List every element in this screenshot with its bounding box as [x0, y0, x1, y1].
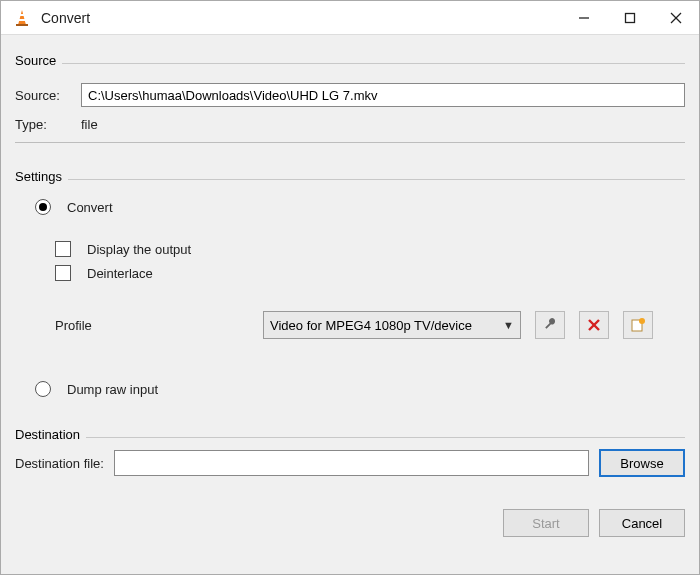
vlc-cone-icon: [11, 7, 33, 29]
display-output-label: Display the output: [87, 242, 191, 257]
wrench-icon: [542, 317, 558, 333]
dialog-footer: Start Cancel: [1, 495, 699, 551]
destination-group-header: Destination: [15, 427, 685, 442]
new-profile-button[interactable]: [623, 311, 653, 339]
maximize-button[interactable]: [607, 1, 653, 35]
deinterlace-row[interactable]: Deinterlace: [15, 265, 685, 281]
dump-raw-radio-row[interactable]: Dump raw input: [15, 381, 685, 397]
dump-raw-label: Dump raw input: [67, 382, 158, 397]
svg-rect-2: [18, 19, 25, 21]
delete-x-icon: [587, 318, 601, 332]
profile-select-value: Video for MPEG4 1080p TV/device: [270, 318, 472, 333]
titlebar: Convert: [1, 1, 699, 35]
display-output-row[interactable]: Display the output: [15, 241, 685, 257]
cancel-button[interactable]: Cancel: [599, 509, 685, 537]
svg-rect-5: [626, 13, 635, 22]
svg-marker-0: [18, 10, 26, 25]
convert-radio-row[interactable]: Convert: [15, 199, 685, 215]
source-divider: [15, 142, 685, 143]
settings-group-label: Settings: [15, 169, 68, 184]
settings-group-header: Settings: [15, 169, 685, 184]
svg-point-11: [639, 318, 645, 324]
destination-file-label: Destination file:: [15, 456, 104, 471]
destination-file-input[interactable]: [114, 450, 589, 476]
profile-select[interactable]: Video for MPEG4 1080p TV/device ▼: [263, 311, 521, 339]
convert-radio-label: Convert: [67, 200, 113, 215]
destination-group-label: Destination: [15, 427, 86, 442]
delete-profile-button[interactable]: [579, 311, 609, 339]
display-output-checkbox[interactable]: [55, 241, 71, 257]
browse-button[interactable]: Browse: [599, 449, 685, 477]
source-input[interactable]: [81, 83, 685, 107]
window-title: Convert: [41, 10, 90, 26]
svg-rect-1: [19, 14, 25, 16]
close-button[interactable]: [653, 1, 699, 35]
dump-raw-radio[interactable]: [35, 381, 51, 397]
source-group-label: Source: [15, 53, 62, 68]
source-group-header: Source: [15, 53, 685, 68]
start-button[interactable]: Start: [503, 509, 589, 537]
convert-radio[interactable]: [35, 199, 51, 215]
source-label: Source:: [15, 88, 73, 103]
new-profile-icon: [630, 317, 646, 333]
chevron-down-icon: ▼: [503, 319, 514, 331]
type-value: file: [81, 117, 98, 132]
deinterlace-checkbox[interactable]: [55, 265, 71, 281]
deinterlace-label: Deinterlace: [87, 266, 153, 281]
edit-profile-button[interactable]: [535, 311, 565, 339]
profile-label: Profile: [55, 318, 255, 333]
minimize-button[interactable]: [561, 1, 607, 35]
svg-rect-3: [16, 24, 28, 26]
type-label: Type:: [15, 117, 73, 132]
